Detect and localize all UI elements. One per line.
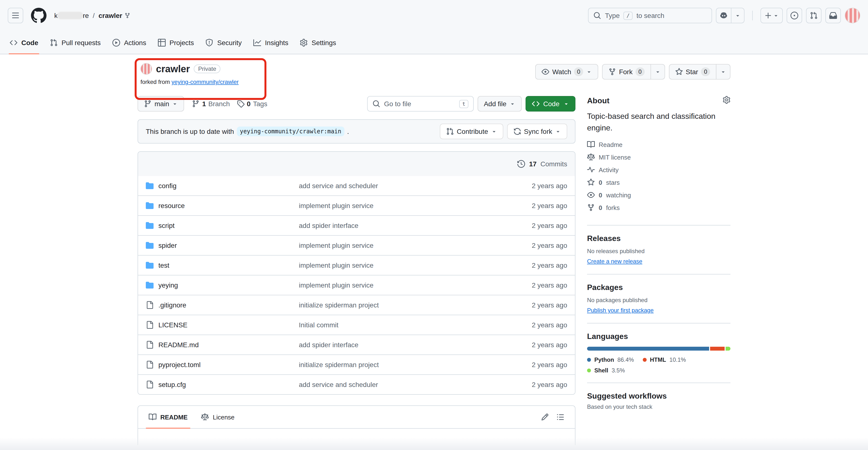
commit-message-link[interactable]: implement plugin service <box>299 202 532 209</box>
about-section: About Topic-based search and classificat… <box>587 96 731 225</box>
commit-message-link[interactable]: add spider interface <box>299 222 532 229</box>
fork-dropdown-button[interactable] <box>650 64 664 79</box>
tab-insights[interactable]: Insights <box>249 31 292 54</box>
watch-button[interactable]: Watch 0 <box>535 64 598 80</box>
star-button[interactable]: Star 0 <box>669 64 716 79</box>
shell-dot-icon <box>587 368 591 372</box>
license-link[interactable]: MIT license <box>587 153 731 161</box>
breadcrumb-repo-link[interactable]: crawler <box>99 11 130 20</box>
eye-icon <box>587 191 595 199</box>
tab-label: Pull requests <box>62 38 101 46</box>
stars-link[interactable]: 0stars <box>587 178 731 186</box>
watchers-link[interactable]: 0watching <box>587 191 731 199</box>
file-name-link[interactable]: setup.cfg <box>146 381 299 388</box>
language-item-python[interactable]: Python86.4% <box>587 357 634 363</box>
about-settings-button[interactable] <box>723 96 731 106</box>
commit-message-link[interactable]: Initial commit <box>299 321 532 329</box>
file-name-link[interactable]: README.md <box>146 341 299 349</box>
forked-from-label: forked from <box>141 79 170 85</box>
file-name-link[interactable]: spider <box>146 242 299 249</box>
file-name-link[interactable]: config <box>146 182 299 190</box>
contribute-button[interactable]: Contribute <box>440 124 503 139</box>
file-name-link[interactable]: .gitignore <box>146 301 299 309</box>
file-name-link[interactable]: resource <box>146 202 299 209</box>
language-item-shell[interactable]: Shell3.5% <box>587 367 625 374</box>
fork-button[interactable]: Fork 0 <box>602 64 650 79</box>
go-to-file-input[interactable]: Go to file t <box>367 96 474 112</box>
global-search-input[interactable]: Type / to search <box>588 8 712 23</box>
chevron-down-icon <box>773 12 779 19</box>
tab-settings[interactable]: Settings <box>296 31 340 54</box>
table-row: config add service and scheduler 2 years… <box>138 176 575 195</box>
commits-link[interactable]: 17 Commits <box>517 160 567 168</box>
inbox-button[interactable] <box>826 8 841 23</box>
pull-requests-button[interactable] <box>806 8 822 23</box>
commit-message-link[interactable]: implement plugin service <box>299 281 532 289</box>
commit-message-link[interactable]: implement plugin service <box>299 261 532 269</box>
issues-button[interactable] <box>786 8 802 23</box>
commit-message-link[interactable]: initialize spiderman project <box>299 301 532 309</box>
repo-forked-icon <box>587 204 595 212</box>
visibility-badge: Private <box>194 64 221 73</box>
git-branch-icon <box>192 100 200 108</box>
tab-actions[interactable]: Actions <box>108 31 150 54</box>
outline-button[interactable] <box>554 410 567 424</box>
commit-message-link[interactable]: add service and scheduler <box>299 381 532 388</box>
activity-link[interactable]: Activity <box>587 166 731 174</box>
readme-card-header: README License <box>138 406 575 429</box>
commit-message-link[interactable]: initialize spiderman project <box>299 361 532 368</box>
branch-tag-stats: 1 Branch 0 Tags <box>192 100 268 108</box>
book-icon <box>149 413 156 421</box>
commit-message-link[interactable]: add spider interface <box>299 341 532 349</box>
language-bar-shell[interactable] <box>725 347 731 350</box>
github-logo[interactable] <box>31 8 46 23</box>
file-name-link[interactable]: pyproject.toml <box>146 361 299 368</box>
repo-avatar <box>141 63 152 75</box>
commit-message-link[interactable]: add service and scheduler <box>299 182 532 190</box>
create-new-button[interactable] <box>761 8 783 23</box>
file-name-link[interactable]: yeying <box>146 281 299 289</box>
commit-message-link[interactable]: implement plugin service <box>299 242 532 249</box>
tab-projects[interactable]: Projects <box>154 31 198 54</box>
chevron-down-icon <box>655 69 660 75</box>
tab-readme[interactable]: README <box>142 406 194 428</box>
copilot-button[interactable] <box>716 8 731 23</box>
tab-security[interactable]: Security <box>202 31 246 54</box>
star-dropdown-button[interactable] <box>716 64 730 79</box>
file-name-link[interactable]: script <box>146 222 299 229</box>
tab-code[interactable]: Code <box>6 31 42 54</box>
tag-count: 0 <box>247 100 251 108</box>
edit-readme-button[interactable] <box>538 410 552 424</box>
watching-count: 0 <box>599 191 602 199</box>
branch-selector-button[interactable]: main <box>137 96 184 112</box>
releases-title: Releases <box>587 234 731 243</box>
readme-link[interactable]: Readme <box>587 141 731 148</box>
tags-link[interactable]: 0 Tags <box>237 100 268 108</box>
forks-link[interactable]: 0forks <box>587 204 731 212</box>
hamburger-menu-button[interactable] <box>8 8 23 23</box>
file-name-link[interactable]: LICENSE <box>146 321 299 329</box>
file-table: 17 Commits config add service and schedu… <box>137 151 576 395</box>
language-bar-python[interactable] <box>587 347 709 350</box>
publish-package-link[interactable]: Publish your first package <box>587 307 654 314</box>
code-button[interactable]: Code <box>525 96 576 112</box>
copilot-dropdown-button[interactable] <box>731 8 744 23</box>
forks-label: forks <box>606 204 620 211</box>
create-release-link[interactable]: Create a new release <box>587 258 642 265</box>
tab-license[interactable]: License <box>194 406 242 428</box>
sync-fork-button[interactable]: Sync fork <box>507 124 567 139</box>
add-file-button[interactable]: Add file <box>477 96 521 112</box>
breadcrumb-owner-link[interactable]: kre <box>54 11 89 20</box>
language-item-html[interactable]: HTML10.1% <box>643 357 686 363</box>
branches-link[interactable]: 1 Branch <box>192 100 230 108</box>
language-percent: 10.1% <box>670 357 686 363</box>
language-bar-html[interactable] <box>710 347 724 350</box>
forks-count: 0 <box>599 204 602 211</box>
tab-pull-requests[interactable]: Pull requests <box>46 31 104 54</box>
file-icon <box>146 381 154 388</box>
gear-icon <box>300 38 308 46</box>
forked-from-link[interactable]: yeying-community/crawler <box>172 79 239 85</box>
file-name-link[interactable]: test <box>146 261 299 269</box>
languages-legend: Python86.4% HTML10.1% Shell3.5% <box>587 357 731 374</box>
user-avatar[interactable] <box>845 8 860 23</box>
